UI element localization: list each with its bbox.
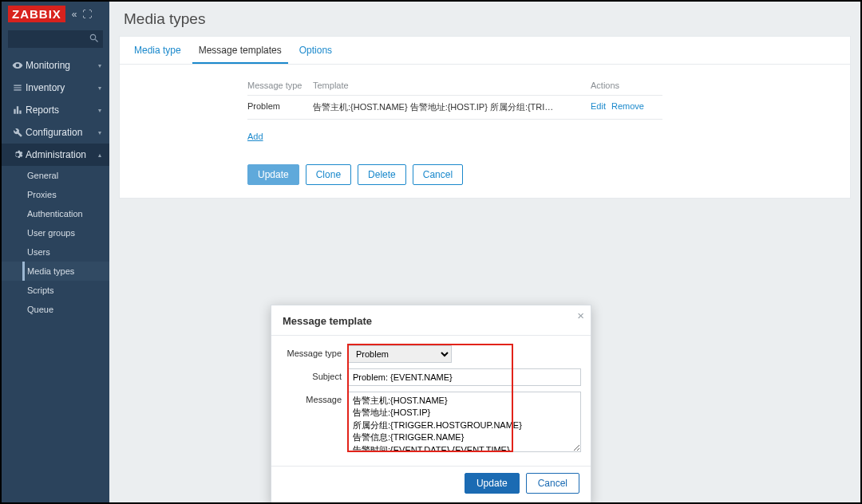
remove-link[interactable]: Remove xyxy=(611,101,644,111)
sub-users[interactable]: Users xyxy=(2,242,109,262)
nav-label: Inventory xyxy=(26,82,65,93)
delete-button[interactable]: Delete xyxy=(358,164,406,185)
logo: ZABBIX xyxy=(8,6,65,22)
nav-reports[interactable]: Reports▾ xyxy=(2,99,109,121)
page-title: Media types xyxy=(109,2,860,36)
nav-inventory[interactable]: Inventory▾ xyxy=(2,77,109,99)
gear-icon xyxy=(10,149,26,160)
th-message-type: Message type xyxy=(247,76,313,96)
chevron-up-icon: ▴ xyxy=(98,152,101,159)
tab-options[interactable]: Options xyxy=(293,37,338,64)
search-box[interactable] xyxy=(8,30,103,48)
list-icon xyxy=(10,82,26,93)
sub-authentication[interactable]: Authentication xyxy=(2,204,109,223)
message-template-modal: × Message template Message type Problem … xyxy=(271,305,591,504)
add-link[interactable]: Add xyxy=(247,125,263,148)
update-button[interactable]: Update xyxy=(247,164,299,185)
message-type-select[interactable]: Problem xyxy=(348,345,452,363)
cell-template: 告警主机:{HOST.NAME} 告警地址:{HOST.IP} 所属分组:{TR… xyxy=(313,96,591,120)
nav-label: Administration xyxy=(26,149,86,160)
label-message: Message xyxy=(281,392,348,404)
th-actions: Actions xyxy=(591,76,662,96)
chevron-down-icon: ▾ xyxy=(98,107,101,114)
search-icon[interactable] xyxy=(89,33,100,46)
sub-queue[interactable]: Queue xyxy=(2,300,109,319)
label-message-type: Message type xyxy=(281,345,348,358)
eye-icon xyxy=(10,60,26,71)
edit-link[interactable]: Edit xyxy=(591,101,606,111)
tab-message-templates[interactable]: Message templates xyxy=(192,37,288,64)
expand-icon[interactable]: ⛶ xyxy=(82,9,92,20)
bar-icon xyxy=(10,104,26,116)
cell-actions: Edit Remove xyxy=(591,96,662,120)
subject-input[interactable] xyxy=(348,368,581,386)
nav-monitoring[interactable]: Monitoring▾ xyxy=(2,54,109,77)
cell-type: Problem xyxy=(247,96,313,120)
sub-proxies[interactable]: Proxies xyxy=(2,185,109,204)
collapse-icon[interactable]: « xyxy=(72,9,77,20)
sub-media-types[interactable]: Media types xyxy=(2,262,109,281)
sub-general[interactable]: General xyxy=(2,166,109,185)
label-subject: Subject xyxy=(281,368,348,381)
message-textarea[interactable]: 告警主机:{HOST.NAME} 告警地址:{HOST.IP} 所属分组:{TR… xyxy=(348,392,581,452)
nav-label: Monitoring xyxy=(26,60,70,71)
cancel-button[interactable]: Cancel xyxy=(413,164,463,185)
nav-label: Configuration xyxy=(26,127,82,138)
templates-table: Message type Template Actions Problem 告警… xyxy=(247,76,662,153)
nav-administration[interactable]: Administration▴ xyxy=(2,144,109,166)
chevron-down-icon: ▾ xyxy=(98,85,101,92)
tabs: Media type Message templates Options xyxy=(120,37,850,65)
nav-label: Reports xyxy=(26,104,59,116)
sidebar: ZABBIX « ⛶ Monitoring▾ Inventory▾ Report… xyxy=(2,2,109,502)
clone-button[interactable]: Clone xyxy=(306,164,351,185)
th-template: Template xyxy=(313,76,591,96)
modal-update-button[interactable]: Update xyxy=(465,473,520,494)
nav-configuration[interactable]: Configuration▾ xyxy=(2,121,109,144)
wrench-icon xyxy=(10,127,26,138)
tab-media-type[interactable]: Media type xyxy=(128,37,188,64)
close-icon[interactable]: × xyxy=(577,309,584,322)
modal-cancel-button[interactable]: Cancel xyxy=(526,473,579,494)
modal-title: Message template xyxy=(271,305,591,336)
sub-scripts[interactable]: Scripts xyxy=(2,281,109,300)
chevron-down-icon: ▾ xyxy=(98,129,101,136)
table-row: Problem 告警主机:{HOST.NAME} 告警地址:{HOST.IP} … xyxy=(247,96,662,120)
sub-user-groups[interactable]: User groups xyxy=(2,223,109,242)
chevron-down-icon: ▾ xyxy=(98,62,101,69)
